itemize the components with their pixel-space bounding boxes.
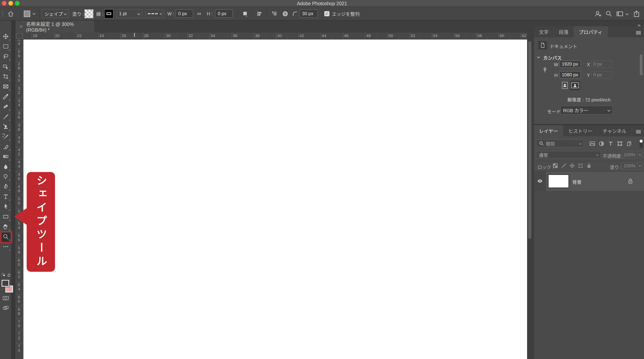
account-person-icon[interactable] [594, 7, 602, 21]
ruler-label: 36 [15, 111, 22, 119]
clone-stamp-tool[interactable] [2, 123, 9, 130]
hand-tool[interactable] [2, 223, 9, 230]
ruler-label: 60 [15, 258, 22, 267]
orientation-portrait-button[interactable] [562, 82, 568, 89]
layer-row[interactable]: 背景 [534, 172, 644, 191]
canvas-vertical-scrollbar[interactable] [528, 41, 531, 239]
pen-tool[interactable] [2, 183, 9, 190]
ruler-label: 20 [55, 33, 60, 38]
frame-tool[interactable] [2, 83, 9, 90]
gradient-tool[interactable] [2, 153, 9, 160]
tool-preset-swatch[interactable] [24, 11, 30, 17]
workspace-icon[interactable] [616, 7, 623, 21]
shape-height-input[interactable]: 0 px [215, 10, 233, 18]
lock-paint-icon[interactable] [561, 163, 566, 169]
pixel-layer-filter-icon[interactable] [589, 141, 595, 147]
tool-mode-select[interactable]: シェイプ [42, 9, 69, 18]
ruler-label: 32 [188, 33, 193, 38]
share-icon[interactable] [633, 7, 640, 21]
workspace-chevron-icon[interactable] [626, 12, 629, 15]
properties-scrollbar[interactable] [640, 54, 642, 75]
search-icon[interactable] [605, 7, 612, 21]
adjustment-layer-filter-icon[interactable] [598, 141, 604, 147]
home-icon[interactable] [7, 7, 14, 21]
layer-visibility-eye-icon[interactable] [536, 178, 544, 184]
ruler-label: 38 [15, 123, 22, 132]
eraser-tool[interactable] [2, 143, 9, 150]
history-brush-tool[interactable] [2, 133, 9, 140]
ruler-label: 24 [100, 33, 104, 38]
corner-radius-input[interactable]: 30 px [300, 10, 318, 18]
path-arrangement-icon[interactable] [271, 7, 278, 21]
move-tool[interactable] [2, 33, 9, 40]
stroke-swatch[interactable] [104, 9, 114, 19]
canvas-y-input[interactable]: 0 px [591, 71, 612, 79]
shape-layer-filter-icon[interactable] [617, 141, 623, 147]
stroke-type-select[interactable] [145, 9, 164, 18]
options-bar-grip[interactable] [2, 10, 4, 17]
screen-mode-icon[interactable] [2, 305, 10, 311]
stroke-width-select[interactable]: 1 pt [116, 9, 142, 18]
panel-menu-icon[interactable] [635, 29, 642, 36]
tab-properties[interactable]: プロパティ [574, 26, 608, 37]
close-document-icon[interactable]: × [20, 24, 22, 30]
path-operations-icon[interactable] [242, 7, 248, 21]
dodge-tool[interactable] [2, 173, 9, 180]
tool-preset-chevron-icon[interactable] [32, 12, 36, 15]
document-canvas[interactable] [24, 40, 527, 359]
swap-colors-icon[interactable] [7, 273, 11, 277]
layer-filter-select[interactable]: 種類 [536, 139, 584, 147]
opacity-select[interactable]: 100% [622, 151, 642, 159]
rectangular-marquee-tool[interactable] [2, 43, 9, 50]
lock-move-icon[interactable] [569, 163, 575, 169]
link-dimensions-icon[interactable] [196, 7, 203, 21]
default-colors-icon[interactable] [2, 273, 6, 277]
fill-swatch[interactable] [84, 9, 94, 19]
layer-thumbnail[interactable] [548, 174, 569, 188]
link-canvas-dimensions-icon[interactable] [542, 66, 548, 74]
more-tools-tool[interactable] [2, 243, 9, 250]
canvas-x-input[interactable]: 0 px [591, 60, 612, 68]
blend-mode-select[interactable]: 通常 [536, 151, 601, 159]
fill-select[interactable]: 100% [622, 162, 642, 170]
crop-tool[interactable] [2, 73, 9, 80]
ruler-label: 40 [15, 135, 22, 144]
path-alignment-icon[interactable] [256, 7, 263, 21]
healing-brush-tool[interactable] [2, 103, 9, 110]
brush-tool[interactable] [2, 113, 9, 120]
blur-tool[interactable] [2, 163, 9, 170]
lasso-tool[interactable] [2, 53, 9, 60]
tab-channels[interactable]: チャンネル [598, 125, 632, 136]
foreground-color-swatch[interactable] [2, 280, 9, 287]
vertical-ruler[interactable]: 2426283032343638404244464850525456586062… [15, 40, 24, 359]
path-selection-tool[interactable] [2, 203, 9, 210]
orientation-landscape-button[interactable] [570, 81, 580, 90]
eyedropper-tool[interactable] [2, 93, 9, 100]
horizontal-ruler[interactable]: 1820222426283032343638404244464850525456… [15, 33, 527, 40]
layer-name[interactable]: 背景 [572, 179, 582, 185]
type-tool[interactable] [2, 193, 9, 200]
tab-character[interactable]: 文字 [534, 26, 554, 37]
smart-object-filter-icon[interactable] [626, 141, 632, 147]
canvas-section-chevron-icon[interactable] [537, 56, 540, 59]
shape-width-input[interactable]: 0 px [176, 10, 193, 18]
type-layer-filter-icon[interactable] [608, 141, 614, 147]
mode-select[interactable]: RGB カラー [560, 106, 612, 115]
tab-paragraph[interactable]: 段落 [554, 26, 574, 37]
canvas-height-input[interactable]: 1080 px [560, 71, 581, 79]
lock-transparency-icon[interactable] [552, 163, 558, 169]
document-tab[interactable]: × 名称未設定 1 @ 300% (RGB/8#) * [16, 21, 94, 33]
align-edges-checkbox[interactable]: ✓ [324, 11, 330, 16]
lock-artboard-icon[interactable] [578, 163, 584, 169]
object-selection-tool[interactable] [2, 63, 9, 70]
panel-menu-icon[interactable] [635, 128, 642, 135]
layer-filter-toggle[interactable] [640, 139, 643, 148]
lock-all-icon[interactable] [586, 163, 592, 169]
tab-layers[interactable]: レイヤー [534, 125, 563, 136]
tab-history[interactable]: ヒストリー [563, 125, 598, 136]
quick-mask-icon[interactable] [2, 295, 10, 301]
ruler-label: 64 [15, 283, 22, 291]
rectangle-tool[interactable] [2, 213, 9, 220]
shape-settings-gear-icon[interactable] [282, 7, 289, 21]
canvas-width-input[interactable]: 1920 px [560, 60, 581, 68]
